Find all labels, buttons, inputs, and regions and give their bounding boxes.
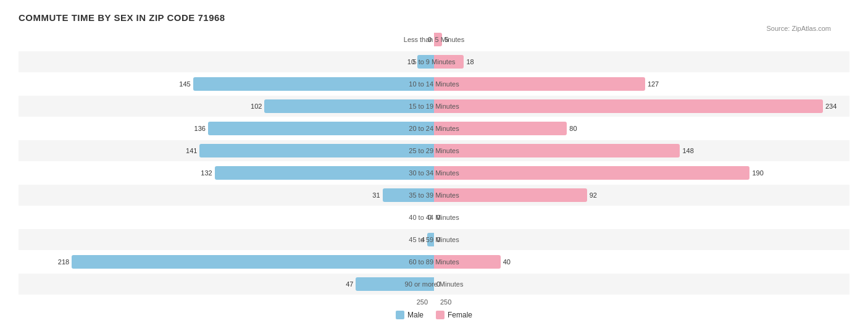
female-value: 0 [436,280,454,288]
row-inner: 218 60 to 89 Minutes 40 [19,251,849,272]
right-area: 234 [434,96,849,117]
male-value: 47 [336,280,353,288]
axis-row: 250 250 [19,298,849,306]
left-area: 31 [19,185,434,206]
legend: Male Female [19,311,849,319]
row-inner: 136 20 to 24 Minutes 80 [19,118,849,139]
male-value: 31 [363,191,380,199]
left-area: 0 [19,207,434,228]
female-legend-box [436,311,444,319]
female-bar [434,255,501,269]
male-value: 0 [414,36,432,43]
chart-row: 102 15 to 19 Minutes 234 [19,96,849,117]
female-value: 127 [648,80,665,88]
male-bar-wrapper: 31 [19,188,434,202]
right-area: 80 [434,118,849,139]
male-value: 218 [52,258,69,266]
chart-row: 136 20 to 24 Minutes 80 [19,118,849,139]
female-value: 0 [436,236,454,243]
right-area: 40 [434,251,849,272]
female-value: 80 [569,125,586,132]
row-inner: 10 5 to 9 Minutes 18 [19,51,849,72]
male-bar-wrapper: 47 [19,277,434,291]
female-bar-wrapper: 0 [434,233,849,246]
male-bar-wrapper: 132 [19,166,434,180]
row-inner: 145 10 to 14 Minutes 127 [19,73,849,94]
left-area: 10 [19,51,434,72]
male-value: 145 [173,80,191,88]
male-bar-wrapper: 145 [19,77,434,91]
right-area: 5 [434,29,849,50]
male-value: 4 [407,236,425,243]
female-value: 18 [466,58,483,65]
row-inner: 0 40 to 44 Minutes 0 [19,207,849,228]
axis-right: 250 [434,298,849,306]
male-bar-wrapper: 218 [19,255,434,269]
legend-male: Male [396,311,424,319]
female-bar [434,188,587,202]
chart-row: 145 10 to 14 Minutes 127 [19,73,849,94]
row-inner: 132 30 to 34 Minutes 190 [19,162,849,183]
right-area: 127 [434,73,849,94]
female-value: 92 [590,191,607,199]
chart-container: 0 Less than 5 Minutes 5 [19,29,849,295]
female-bar [434,99,823,113]
male-bar [193,77,434,91]
male-bar [417,55,434,69]
left-area: 136 [19,118,434,139]
female-bar [434,77,645,91]
female-bar-wrapper: 0 [434,277,849,291]
left-area: 218 [19,251,434,272]
chart-row: 132 30 to 34 Minutes 190 [19,162,849,183]
row-inner: 31 35 to 39 Minutes 92 [19,185,849,206]
male-bar-wrapper: 0 [19,33,434,46]
female-bar-wrapper: 148 [434,144,849,157]
chart-row: 47 90 or more Minutes 0 [19,274,849,295]
male-bar-wrapper: 0 [19,211,434,224]
female-bar-wrapper: 40 [434,255,849,269]
legend-female: Female [436,311,472,319]
left-area: 102 [19,96,434,117]
left-area: 132 [19,162,434,183]
female-value: 0 [436,214,454,221]
female-bar [434,55,464,69]
male-bar [383,188,434,202]
chart-row: 0 Less than 5 Minutes 5 [19,29,849,50]
axis-left: 250 [19,298,434,306]
male-bar [215,166,434,180]
female-bar-wrapper: 18 [434,55,849,69]
left-area: 47 [19,274,434,295]
male-bar-wrapper: 4 [19,233,434,246]
chart-row: 0 40 to 44 Minutes 0 [19,207,849,228]
row-inner: 0 Less than 5 Minutes 5 [19,29,849,50]
chart-row: 4 45 to 59 Minutes 0 [19,229,849,250]
chart-row: 218 60 to 89 Minutes 40 [19,251,849,272]
female-value: 148 [682,147,699,154]
female-bar-wrapper: 80 [434,122,849,135]
female-bar-wrapper: 92 [434,188,849,202]
female-bar-wrapper: 190 [434,166,849,180]
female-bar-wrapper: 5 [434,33,849,46]
chart-row: 141 25 to 29 Minutes 148 [19,140,849,161]
left-area: 4 [19,229,434,250]
male-bar [264,99,434,113]
female-bar-wrapper: 234 [434,99,849,113]
female-value: 234 [825,103,843,110]
left-area: 0 [19,29,434,50]
right-area: 92 [434,185,849,206]
row-inner: 47 90 or more Minutes 0 [19,274,849,295]
female-legend-label: Female [448,311,472,319]
male-bar [208,122,434,135]
row-inner: 4 45 to 59 Minutes 0 [19,229,849,250]
female-value: 190 [752,169,769,177]
male-bar [72,255,434,269]
left-area: 145 [19,73,434,94]
right-area: 18 [434,51,849,72]
row-inner: 141 25 to 29 Minutes 148 [19,140,849,161]
chart-title: COMMUTE TIME BY SEX IN ZIP CODE 71968 [19,12,849,23]
male-value: 102 [244,103,262,110]
male-bar [427,233,434,246]
right-area: 0 [434,207,849,228]
male-bar [356,277,434,291]
male-legend-label: Male [407,311,424,319]
